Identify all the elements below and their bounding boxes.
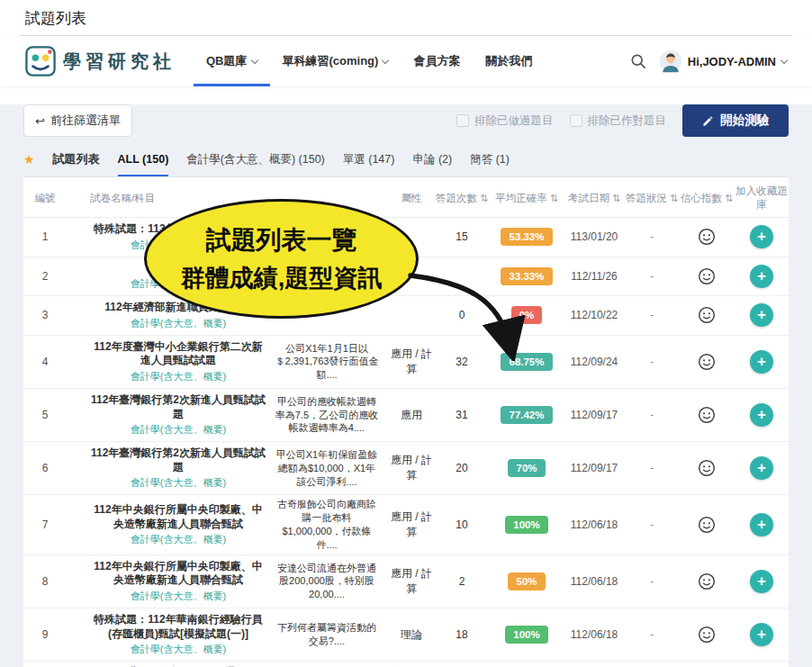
question-preview[interactable]: 甲公司X1年初保留盈餘總額為$10,000，X1年該公司淨利....	[274, 448, 389, 489]
exam-title[interactable]: 112年臺灣銀行第2次新進人員甄試試題	[90, 446, 266, 474]
nav-label: 單科練習(coming)	[283, 53, 379, 69]
column-header-5[interactable]: 平均正確率⇅	[490, 192, 564, 205]
question-preview[interactable]: 古奇服飾公司向廠商賒購一批布料$1,000,000，付款條件....	[274, 498, 389, 551]
add-favorite-button[interactable]: +	[750, 623, 773, 646]
confidence-face-icon[interactable]	[698, 459, 716, 477]
tab-essay[interactable]: 申論 (2)	[412, 152, 452, 176]
answer-count: 2	[434, 575, 490, 588]
exam-date: 112/09/24	[564, 356, 625, 368]
add-favorite-button[interactable]: +	[750, 350, 773, 374]
checkbox-box[interactable]	[456, 114, 469, 127]
checkbox-box[interactable]	[570, 114, 582, 127]
confidence-cell	[679, 406, 735, 424]
annotation-arrow	[403, 257, 529, 361]
accuracy-badge: 100%	[505, 516, 547, 534]
exam-subject: 會計學(含大意、概要)	[131, 590, 226, 603]
nav-label: QB題庫	[206, 53, 248, 69]
exam-title-cell: 112年臺灣銀行第2次新進人員甄試試題 會計學(含大意、概要)	[67, 445, 274, 491]
question-preview[interactable]: 下列何者屬籌資活動的交易?....	[274, 621, 389, 648]
accuracy-cell: 100%	[490, 516, 564, 534]
favorite-cell: +	[735, 456, 789, 480]
nav-item-plans[interactable]: 會員方案	[401, 36, 473, 86]
favorite-cell: +	[735, 225, 789, 248]
sort-icon[interactable]: ⇅	[550, 193, 558, 204]
accuracy-badge: 70%	[508, 459, 545, 477]
avatar	[659, 50, 682, 73]
column-header-4[interactable]: 答題次數⇅	[434, 192, 490, 205]
goto-filter-button[interactable]: ↩ 前往篩選清單	[23, 104, 132, 137]
confidence-face-icon[interactable]	[698, 626, 716, 644]
column-header-6[interactable]: 考試日期⇅	[564, 192, 625, 205]
favorite-cell: +	[735, 570, 789, 593]
sort-icon[interactable]: ⇅	[725, 193, 733, 204]
confidence-face-icon[interactable]	[698, 406, 716, 424]
row-number: 8	[23, 575, 67, 588]
column-header-0: 編號	[23, 192, 67, 205]
confidence-face-icon[interactable]	[698, 228, 716, 246]
table-row: 5 112年臺灣銀行第2次新進人員甄試試題 會計學(含大意、概要) 甲公司的應收…	[23, 389, 789, 442]
add-favorite-button[interactable]: +	[750, 513, 773, 536]
exam-title[interactable]: 112年中央銀行所屬中央印製廠、中央造幣廠新進人員聯合甄試	[90, 560, 266, 588]
question-preview[interactable]: 安達公司流通在外普通股200,000股，特別股20,00....	[274, 562, 389, 602]
column-header-7[interactable]: 答題狀況⇅	[625, 192, 679, 205]
tab-all[interactable]: ALL (150)	[118, 153, 169, 176]
answer-count: 10	[434, 518, 490, 531]
tab-single-choice[interactable]: 單選 (147)	[343, 152, 395, 176]
confidence-face-icon[interactable]	[698, 306, 716, 324]
favorite-cell: +	[735, 513, 789, 536]
page: 試題列表 學習研究社 QB題庫 單科練習(coming) 會員方案	[0, 0, 812, 667]
nav-item-practice[interactable]: 單科練習(coming)	[270, 36, 401, 86]
sort-icon[interactable]: ⇅	[612, 193, 620, 204]
exam-subject: 會計學(含大意、概要)	[131, 533, 226, 546]
column-header-8[interactable]: 信心指數⇅	[679, 192, 735, 205]
exam-title-cell: 112年度臺灣中小企業銀行第二次新進人員甄試試題 會計學(含大意、概要)	[67, 338, 274, 385]
confidence-face-icon[interactable]	[698, 516, 716, 534]
add-favorite-button[interactable]: +	[750, 570, 773, 593]
tab-short-answer[interactable]: 簡答 (1)	[470, 152, 510, 176]
confidence-face-icon[interactable]	[698, 353, 716, 371]
add-favorite-button[interactable]: +	[750, 456, 773, 480]
confidence-cell	[679, 267, 735, 285]
search-button[interactable]	[629, 52, 647, 70]
answer-status: -	[625, 518, 679, 531]
question-preview[interactable]: 公司X1年1月1日以＄2,391,763發行面值金額....	[274, 342, 389, 383]
exam-title[interactable]: 特殊試題：112年華南銀行經驗行員(存匯櫃員)甄試[模擬試題(一)]	[90, 613, 266, 641]
row-number: 2	[23, 270, 67, 283]
confidence-cell	[679, 516, 735, 534]
exclude-correct-checkbox[interactable]: 排除已作對題目	[570, 113, 667, 129]
accuracy-cell: 50%	[490, 572, 564, 590]
sort-icon[interactable]: ⇅	[480, 193, 488, 204]
user-menu[interactable]: Hi,JODY-ADMIN	[659, 50, 787, 73]
tab-accounting[interactable]: 會計學(含大意、概要) (150)	[186, 152, 324, 176]
start-test-button[interactable]: 開始測驗	[682, 104, 789, 137]
question-preview[interactable]: 甲公司的應收帳款週轉率為7.5，乙公司的應收帳款週轉率為4....	[274, 395, 389, 436]
exclude-done-checkbox[interactable]: 排除已做過題目	[456, 113, 554, 129]
checkbox-label: 排除已做過題目	[474, 113, 554, 129]
exam-title[interactable]: 112年臺灣銀行第2次新進人員甄試試題	[90, 393, 266, 421]
exam-subject: 會計學(含大意、概要)	[131, 370, 226, 383]
add-favorite-button[interactable]: +	[750, 403, 773, 427]
confidence-face-icon[interactable]	[698, 267, 716, 285]
answer-count: 20	[434, 462, 490, 474]
confidence-cell	[679, 459, 735, 477]
confidence-face-icon[interactable]	[698, 572, 716, 590]
add-favorite-button[interactable]: +	[750, 225, 773, 248]
exam-title[interactable]: 112年度臺灣中小企業銀行第二次新進人員甄試試題	[90, 340, 266, 368]
add-favorite-button[interactable]: +	[750, 265, 773, 288]
exam-date: 112/06/18	[564, 575, 625, 588]
nav-item-about[interactable]: 關於我們	[473, 36, 545, 86]
favorite-cell: +	[735, 403, 789, 427]
exam-title-cell: 112年中央銀行所屬中央印製廠、中央造幣廠新進人員聯合甄試 會計學(含大意、概要…	[67, 558, 274, 605]
accuracy-cell: 53.33%	[490, 228, 564, 246]
filter-button-label: 前往篩選清單	[50, 113, 121, 129]
brand-logo[interactable]: 學習研究社	[25, 46, 176, 77]
favorite-cell: +	[735, 350, 789, 374]
nav-item-qb[interactable]: QB題庫	[194, 36, 270, 86]
add-favorite-button[interactable]: +	[750, 303, 773, 327]
exam-date: 112/06/18	[564, 518, 625, 531]
answer-count: 18	[434, 628, 490, 641]
attribute: 應用	[389, 408, 434, 423]
confidence-cell	[679, 353, 735, 371]
exam-title[interactable]: 112年中央銀行所屬中央印製廠、中央造幣廠新進人員聯合甄試	[90, 503, 266, 531]
sort-icon[interactable]: ⇅	[670, 193, 678, 204]
